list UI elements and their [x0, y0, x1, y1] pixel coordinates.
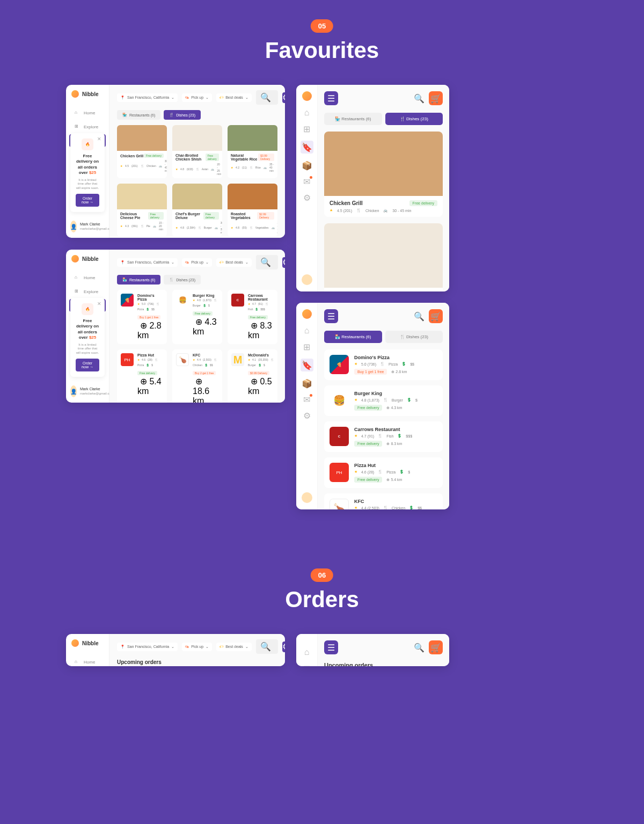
user-profile[interactable]: 👤 Mark Clarkemarkclarke@gmail.com ⌃⌄ [70, 385, 105, 397]
explore-icon: ⊞ [75, 289, 80, 294]
nav-item-home[interactable]: ⌂Home [69, 655, 106, 666]
dish-card[interactable]: Chicken GrillFree delivery ★4.5 (201)🍴Ch… [324, 132, 443, 217]
avatar[interactable] [302, 274, 312, 285]
favourites-icon[interactable]: 🔖 [301, 359, 313, 371]
restaurant-card[interactable]: 🍕 Domino's Pizza ★5.0 (736)🍴Pizza💲$$ Buy… [324, 349, 443, 380]
explore-icon[interactable]: ⊞ [303, 125, 311, 133]
mobile-topbar: ☰ 🔍 🛒 [324, 91, 443, 105]
cuisine-icon: 🍴 [214, 298, 217, 302]
cuisine-icon: 🍴 [378, 470, 383, 474]
nav-item-home[interactable]: ⌂Home [69, 106, 106, 119]
restaurant-card[interactable]: 🍔 Burger King ★4.8 (1,873)🍴Burger💲$ Free… [324, 385, 443, 416]
tab-dishes[interactable]: 🍴 Dishes (23) [164, 275, 201, 285]
distance: ⊕ 18.6 km [193, 377, 209, 403]
cart-button[interactable]: 🛒 [429, 91, 443, 105]
pickup-chip[interactable]: 🛍Pick up⌄ [182, 93, 212, 102]
order-now-button[interactable]: Order now → [76, 194, 99, 207]
dish-card[interactable]: Char-Broiled Chicken Shish Free delivery… [172, 125, 222, 178]
cart-button[interactable]: 🛒 [429, 309, 443, 323]
tab-restaurants[interactable]: 🏪 Restaurants (6) [117, 110, 160, 120]
close-icon[interactable]: ✕ [97, 301, 101, 307]
nav-item-explore[interactable]: ⊞Explore [69, 120, 106, 133]
star-icon: ★ [193, 298, 195, 302]
mobile-rail: ⌂⊞🔖📦✉⚙ [296, 303, 318, 509]
dish-card[interactable]: Chicken Grill Free delivery ★4.5(201) 🍴C… [117, 125, 167, 178]
restaurant-card[interactable]: PH Pizza Hut ★4.6 (28)🍴Pizza💲$ Free deli… [324, 457, 443, 488]
nav-item-explore[interactable]: ⊞Explore [69, 285, 106, 298]
distance: ⊕ 2.8 km [391, 370, 407, 374]
deals-chip[interactable]: 🏷Best deals⌄ [216, 258, 252, 267]
search-icon[interactable]: 🔍 [414, 643, 425, 653]
orders-icon[interactable]: 📦 [303, 379, 311, 388]
restaurant-card[interactable]: 🍕 Domino's Pizza ★5.0(736)🍴Pizza💲$$ Buy … [117, 290, 167, 344]
menu-button[interactable]: ☰ [324, 309, 338, 323]
restaurant-card[interactable]: 🍔 Burger King ★4.8(1,873)🍴Burger💲$ Free … [172, 290, 222, 344]
user-profile[interactable]: 👤 Mark Clarkemarkclarke@gmail.com ⌃⌄ [70, 221, 105, 232]
restaurant-card[interactable]: M McDonald's ★4.1(35,359)🍴Burger💲$ $0.99… [228, 349, 277, 403]
restaurant-card[interactable]: C Carrows Restaurant ★4.7(91)🍴Fish💲$$$ F… [228, 290, 277, 344]
pickup-chip[interactable]: 🛍Pick up⌄ [182, 258, 212, 267]
home-icon[interactable]: ⌂ [303, 326, 311, 335]
filter-button[interactable]: ⚙ [282, 257, 285, 268]
location-chip[interactable]: 📍San Francisco, California⌄ [117, 258, 178, 267]
menu-button[interactable]: ☰ [324, 91, 338, 105]
restaurant-logo: 🍗 [176, 353, 189, 366]
dish-card[interactable]: Natural Vegetable Rice $3.99 Delivery ★4… [228, 125, 277, 178]
filter-button[interactable]: ⚙ [282, 92, 285, 103]
search-bar[interactable]: 🔍 [256, 639, 278, 654]
restaurant-card[interactable]: C Carrows Restaurant ★4.7 (91)🍴Fish💲$$$ … [324, 421, 443, 452]
star-icon: ★ [193, 358, 195, 361]
distance: ⊕ 4.3 km [386, 406, 402, 410]
offer-tag: Buy 1 get 1 free [354, 369, 387, 375]
settings-icon[interactable]: ⚙ [303, 411, 311, 420]
menu-button[interactable]: ☰ [324, 640, 338, 654]
search-icon[interactable]: 🔍 [414, 311, 425, 322]
location-chip[interactable]: 📍San Francisco, California⌄ [117, 643, 178, 651]
filter-button[interactable]: ⚙ [282, 641, 285, 652]
orders-icon[interactable]: 📦 [303, 161, 311, 170]
brand-logo [302, 91, 312, 101]
dish-card[interactable]: Delicious Cheese Pie Free delivery ★4.3(… [117, 184, 167, 237]
explore-icon[interactable]: ⊞ [303, 664, 311, 666]
tab-dishes[interactable]: 🍴 Dishes (23) [385, 331, 443, 343]
screen-desktop-orders: Nibble ⌂Home⊞Explore 📍San Francisco, Cal… [66, 634, 285, 666]
nav-item-home[interactable]: ⌂Home [69, 271, 106, 284]
restaurant-card[interactable]: 🍗 KFC ★4.4 (2,503)🍴Chicken💲$$ Buy 2 get … [324, 493, 443, 509]
dish-card[interactable]: Roasted Vegetables $2.99 Delivery ★4.8(5… [228, 184, 277, 237]
deals-chip[interactable]: 🏷Best deals⌄ [216, 93, 252, 102]
section-badge: 06 [311, 568, 333, 582]
dish-card[interactable]: Chef's Burger Deluxe Free delivery ★4.8(… [172, 184, 222, 237]
restaurant-name: Pizza Hut [354, 463, 437, 468]
tab-restaurants[interactable]: 🏪 Restaurants (6) [117, 275, 160, 285]
tab-dishes[interactable]: 🍴 Dishes (23) [385, 113, 443, 125]
home-icon[interactable]: ⌂ [303, 108, 311, 117]
tab-dishes[interactable]: 🍴 Dishes (23) [164, 110, 201, 120]
order-now-button[interactable]: Order now → [76, 359, 99, 371]
pickup-chip[interactable]: 🛍Pick up⌄ [182, 643, 212, 651]
explore-icon[interactable]: ⊞ [303, 342, 311, 351]
home-icon[interactable]: ⌂ [303, 648, 311, 657]
restaurant-card[interactable]: 🍗 KFC ★4.4(2,503)🍴Chicken💲$$ Buy 2 get 1… [172, 349, 222, 403]
search-bar[interactable]: 🔍 [256, 255, 278, 269]
favourites-icon[interactable]: 🔖 [301, 141, 313, 154]
screen-desktop-dishes: Nibble ⌂Home⊞Explore🔖Favourites📦Orders✉M… [66, 85, 285, 238]
restaurant-logo: 🍔 [176, 294, 189, 307]
avatar[interactable] [302, 492, 312, 503]
unread-dot [310, 394, 312, 397]
dish-card[interactable]: Char-Broiled Chicken ShishFree delivery … [324, 223, 443, 291]
tab-restaurants[interactable]: 🏪 Restaurants (6) [324, 113, 382, 125]
settings-icon[interactable]: ⚙ [303, 193, 311, 202]
deals-chip[interactable]: 🏷Best deals⌄ [216, 643, 252, 651]
home-icon: ⌂ [75, 275, 80, 280]
search-icon[interactable]: 🔍 [414, 93, 425, 104]
tab-restaurants[interactable]: 🏪 Restaurants (6) [324, 331, 382, 343]
location-chip[interactable]: 📍San Francisco, California⌄ [117, 93, 178, 102]
messages-icon[interactable]: ✉ [303, 177, 311, 186]
close-icon[interactable]: ✕ [97, 136, 101, 142]
messages-icon[interactable]: ✉ [303, 395, 311, 404]
cart-button[interactable]: 🛒 [429, 640, 443, 654]
mobile-main: ☰ 🔍 🛒 🏪 Restaurants (6) 🍴 Dishes (23) 🍕 … [318, 303, 449, 509]
star-icon: ★ [120, 224, 122, 228]
search-bar[interactable]: 🔍 [256, 90, 278, 105]
restaurant-card[interactable]: PH Pizza Hut ★4.6(28)🍴Pizza💲$ Free deliv… [117, 349, 167, 403]
